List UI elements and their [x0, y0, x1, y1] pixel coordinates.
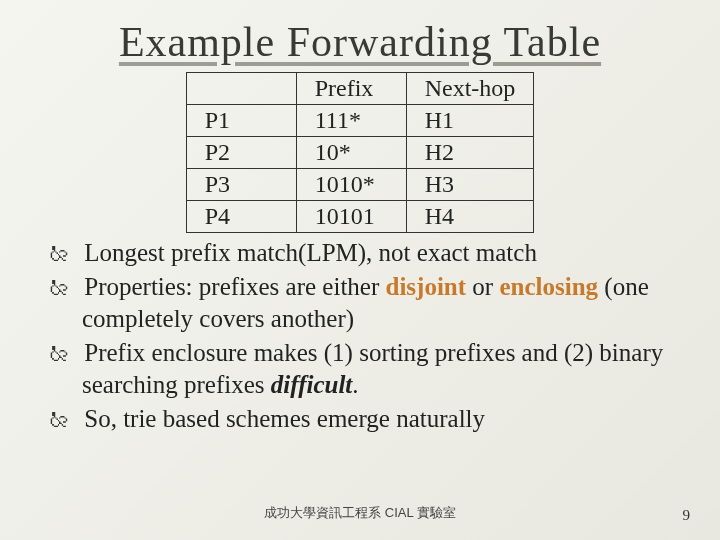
text: or	[466, 273, 499, 300]
cell: 1010*	[296, 169, 406, 201]
list-item: Properties: prefixes are either disjoint…	[48, 271, 672, 335]
text: Longest prefix match(LPM), not exact mat…	[84, 239, 537, 266]
cell: 10101	[296, 201, 406, 233]
th-prefix: Prefix	[296, 73, 406, 105]
emphasis: difficult	[271, 371, 352, 398]
list-item: Longest prefix match(LPM), not exact mat…	[48, 237, 672, 269]
slide-title: Example Forwarding Table	[40, 18, 680, 66]
cell: 111*	[296, 105, 406, 137]
table-row: P2 10* H2	[186, 137, 534, 169]
table-row: P1 111* H1	[186, 105, 534, 137]
cell: 10*	[296, 137, 406, 169]
cell: P4	[186, 201, 296, 233]
cell: H3	[406, 169, 534, 201]
forwarding-table: Prefix Next-hop P1 111* H1 P2 10* H2 P3 …	[186, 72, 535, 233]
text: Properties: prefixes are either	[84, 273, 385, 300]
page-number: 9	[683, 507, 691, 524]
table-row: P4 10101 H4	[186, 201, 534, 233]
th-nexthop: Next-hop	[406, 73, 534, 105]
cell: P2	[186, 137, 296, 169]
cell: H4	[406, 201, 534, 233]
table-header-row: Prefix Next-hop	[186, 73, 534, 105]
text: .	[352, 371, 358, 398]
cell: P3	[186, 169, 296, 201]
highlight: enclosing	[499, 273, 598, 300]
footer-text: 成功大學資訊工程系 CIAL 實驗室	[0, 504, 720, 522]
cell: H1	[406, 105, 534, 137]
bullet-list: Longest prefix match(LPM), not exact mat…	[40, 237, 680, 435]
highlight: disjoint	[386, 273, 467, 300]
list-item: Prefix enclosure makes (1) sorting prefi…	[48, 337, 672, 401]
th-blank	[186, 73, 296, 105]
cell: P1	[186, 105, 296, 137]
text: So, trie based schemes emerge naturally	[84, 405, 485, 432]
text: Prefix enclosure makes (1) sorting prefi…	[82, 339, 663, 398]
slide-container: Example Forwarding Table Prefix Next-hop…	[0, 0, 720, 540]
list-item: So, trie based schemes emerge naturally	[48, 403, 672, 435]
cell: H2	[406, 137, 534, 169]
table-row: P3 1010* H3	[186, 169, 534, 201]
